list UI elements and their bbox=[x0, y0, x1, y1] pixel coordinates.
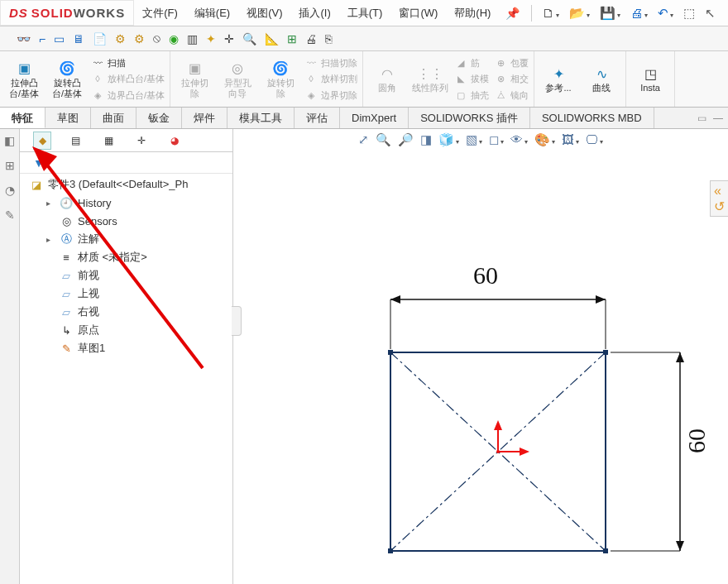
menu-help[interactable]: 帮助(H) bbox=[446, 6, 499, 21]
wrap-button[interactable]: ⊕包覆 bbox=[494, 55, 529, 70]
tree-root[interactable]: ◪ 零件3 (Default<<Default>_Ph bbox=[20, 175, 232, 194]
open-icon[interactable]: 📂▾ bbox=[564, 6, 595, 21]
cut-extrude-button[interactable]: ▣拉伸切 除 bbox=[175, 55, 213, 103]
tab-weld[interactable]: 焊件 bbox=[182, 108, 228, 128]
tab-surface[interactable]: 曲面 bbox=[91, 108, 136, 128]
render-icon[interactable]: 🖵▾ bbox=[586, 132, 603, 147]
linear-pattern-button[interactable]: ⋮⋮线性阵列 bbox=[411, 55, 449, 103]
undo-icon[interactable]: ↶▾ bbox=[653, 6, 678, 21]
panel-tab-config[interactable]: ▦ bbox=[99, 132, 117, 150]
rib-button[interactable]: ◢筋 bbox=[454, 55, 489, 70]
print2-icon[interactable]: 🖨 bbox=[305, 32, 317, 45]
gear-icon[interactable]: ⚙ bbox=[115, 32, 126, 45]
panel-tab-feature[interactable]: ◆ bbox=[33, 132, 51, 150]
pin-icon[interactable]: 📌 bbox=[499, 7, 526, 20]
window-icon[interactable]: ▭ bbox=[54, 32, 65, 45]
tree-top-plane[interactable]: ▱ 上视 bbox=[20, 285, 232, 303]
hole-wizard-button[interactable]: ◎异型孔 向导 bbox=[218, 55, 256, 103]
menu-edit[interactable]: 编辑(E) bbox=[186, 6, 238, 21]
tree-sketch1[interactable]: ✎ 草图1 bbox=[20, 339, 232, 357]
print-icon[interactable]: 🖨▾ bbox=[625, 6, 653, 20]
doc-icon[interactable]: 📄 bbox=[93, 32, 107, 45]
corner-icon[interactable]: ⌐ bbox=[39, 32, 46, 45]
tree-origin[interactable]: ↳ 原点 bbox=[20, 321, 232, 339]
mirror-button[interactable]: ⧊镜向 bbox=[494, 88, 529, 103]
sweep-button[interactable]: 〰扫描 bbox=[91, 55, 165, 70]
marker-icon[interactable]: ◉ bbox=[169, 32, 179, 45]
tab-mbd[interactable]: SOLIDWORKS MBD bbox=[530, 108, 654, 128]
eye-icon[interactable]: 👁▾ bbox=[510, 132, 528, 147]
zoom-icon[interactable]: 🔍 bbox=[242, 32, 256, 45]
menu-view[interactable]: 视图(V) bbox=[238, 6, 290, 21]
menu-window[interactable]: 窗口(W) bbox=[390, 6, 446, 21]
zoom-fit-icon[interactable]: ⤢ bbox=[358, 132, 369, 147]
section-icon[interactable]: ◨ bbox=[420, 132, 432, 147]
dim-tool-icon[interactable]: 📐 bbox=[265, 32, 279, 45]
tree-material[interactable]: ≡ 材质 <未指定> bbox=[20, 248, 232, 266]
tree-annotations[interactable]: ▸ Ⓐ 注解 bbox=[20, 230, 232, 248]
menu-insert[interactable]: 插入(I) bbox=[290, 6, 338, 21]
draft-button[interactable]: ◣拔模 bbox=[454, 71, 489, 86]
menu-file[interactable]: 文件(F) bbox=[134, 6, 186, 21]
axis-icon[interactable]: ✦ bbox=[206, 32, 216, 45]
tab-dimxpert[interactable]: DimXpert bbox=[340, 108, 409, 128]
strip-icon-3[interactable]: ◔ bbox=[5, 184, 15, 197]
zoom-prev-icon[interactable]: 🔎 bbox=[398, 132, 414, 147]
boundary-button[interactable]: ◈边界凸台/基体 bbox=[91, 88, 165, 103]
select-icon[interactable]: ⬚ bbox=[678, 6, 700, 21]
dim-right-value[interactable]: 60 bbox=[682, 428, 711, 453]
strip-icon-4[interactable]: ✎ bbox=[5, 208, 15, 222]
export-icon[interactable]: ⎘ bbox=[325, 32, 332, 45]
tree-front-plane[interactable]: ▱ 前视 bbox=[20, 266, 232, 285]
panel-splitter-handle[interactable] bbox=[232, 306, 242, 336]
display-style-icon[interactable]: ▧▾ bbox=[466, 132, 482, 147]
funnel-icon[interactable]: ▼ bbox=[33, 156, 45, 170]
barcode-icon[interactable]: ▥ bbox=[187, 32, 198, 45]
dim-top-value[interactable]: 60 bbox=[473, 261, 498, 290]
tab-sheetmetal[interactable]: 钣金 bbox=[136, 108, 182, 128]
menu-tools[interactable]: 工具(T) bbox=[339, 6, 391, 21]
right-flyout-handle[interactable]: «↺ bbox=[710, 180, 728, 217]
cut-revolve-button[interactable]: 🌀旋转切 除 bbox=[261, 55, 299, 103]
tab-plugins[interactable]: SOLIDWORKS 插件 bbox=[409, 108, 530, 128]
tab-mold[interactable]: 模具工具 bbox=[228, 108, 295, 128]
view-orient-icon[interactable]: 🧊▾ bbox=[438, 132, 459, 147]
scene-icon[interactable]: 🖼▾ bbox=[562, 132, 579, 147]
insta-button[interactable]: ◳Insta bbox=[631, 55, 669, 103]
tree-history[interactable]: ▸ 🕘 History bbox=[20, 194, 232, 212]
tree-right-plane[interactable]: ▱ 右视 bbox=[20, 303, 232, 321]
ref-geometry-button[interactable]: ✦参考... bbox=[539, 55, 577, 103]
extrude-boss-button[interactable]: ▣ 拉伸凸 台/基体 bbox=[5, 55, 43, 103]
tree-sensors[interactable]: ◎ Sensors bbox=[20, 212, 232, 230]
shell-button[interactable]: ▢抽壳 bbox=[454, 88, 489, 103]
panel-tab-dim[interactable]: ✛ bbox=[132, 132, 151, 150]
xls-icon[interactable]: ⊞ bbox=[287, 32, 297, 45]
cut-sweep-button[interactable]: 〰扫描切除 bbox=[304, 55, 357, 70]
loft-button[interactable]: ◊放样凸台/基体 bbox=[91, 71, 165, 86]
strip-icon-2[interactable]: ⊞ bbox=[5, 159, 15, 172]
na-icon[interactable]: ⦸ bbox=[153, 31, 160, 45]
panel-tab-property[interactable]: ▤ bbox=[66, 132, 84, 150]
zoom-area-icon[interactable]: 🔍 bbox=[376, 132, 391, 147]
panel-tab-display[interactable]: ◕ bbox=[165, 132, 184, 150]
cursor-icon[interactable]: ↖ bbox=[700, 6, 721, 21]
gear2-icon[interactable]: ⚙ bbox=[134, 32, 145, 45]
tab-minimize-icon[interactable]: — bbox=[713, 112, 723, 124]
graphics-viewport[interactable]: ⤢ 🔍 🔎 ◨ 🧊▾ ▧▾ ◻▾ 👁▾ 🎨▾ 🖼▾ 🖵▾ «↺ bbox=[233, 129, 728, 584]
appearance-icon[interactable]: 🎨▾ bbox=[534, 132, 555, 147]
expand-icon[interactable]: ▸ bbox=[46, 235, 55, 244]
fillet-button[interactable]: ◠圆角 bbox=[368, 55, 406, 103]
tab-sketch[interactable]: 草图 bbox=[46, 108, 91, 128]
cut-boundary-button[interactable]: ◈边界切除 bbox=[304, 88, 357, 103]
cut-loft-button[interactable]: ◊放样切割 bbox=[304, 71, 357, 86]
glasses-icon[interactable]: 👓 bbox=[17, 32, 31, 45]
tab-features[interactable]: 特征 bbox=[0, 108, 46, 128]
screen-icon[interactable]: 🖥 bbox=[73, 32, 84, 45]
curves-button[interactable]: ∿曲线 bbox=[582, 55, 620, 103]
revolve-boss-button[interactable]: 🌀 旋转凸 台/基体 bbox=[48, 55, 86, 103]
tab-evaluate[interactable]: 评估 bbox=[295, 108, 340, 128]
intersect-button[interactable]: ⊗相交 bbox=[494, 71, 529, 86]
hide-show-icon[interactable]: ◻▾ bbox=[489, 132, 504, 147]
crosshair-icon[interactable]: ✛ bbox=[224, 32, 234, 45]
expand-icon[interactable]: ▸ bbox=[46, 199, 55, 208]
